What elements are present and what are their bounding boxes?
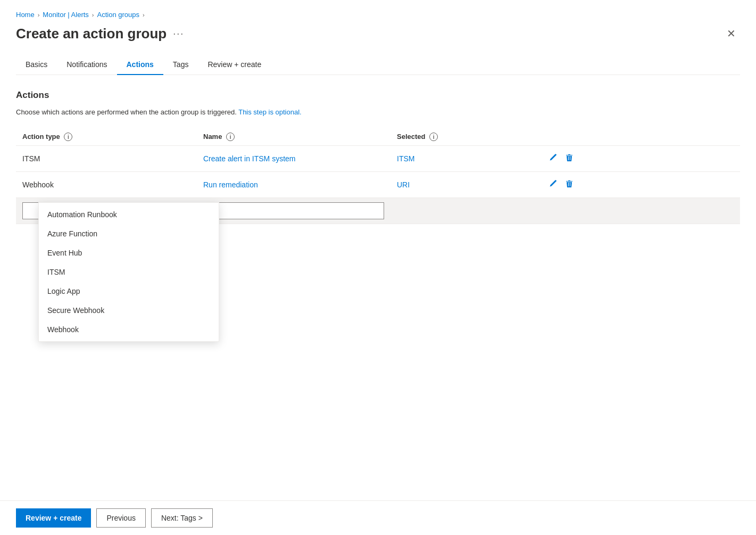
row1-name-link[interactable]: Create alert in ITSM system — [203, 154, 296, 163]
col-header-row-actions — [539, 128, 740, 146]
row2-delete-button[interactable] — [563, 177, 576, 192]
tab-basics[interactable]: Basics — [16, 55, 57, 75]
col-header-name: Name i — [197, 128, 391, 146]
row1-selected-link[interactable]: ITSM — [397, 154, 414, 163]
row2-selected-link[interactable]: URI — [397, 180, 410, 189]
dropdown-item-logic-app[interactable]: Logic App — [39, 282, 219, 301]
table-row: Webhook Run remediation URI — [16, 172, 740, 198]
row2-edit-button[interactable] — [546, 177, 559, 192]
row2-name-link[interactable]: Run remediation — [203, 180, 258, 189]
selected-info-icon[interactable]: i — [429, 133, 438, 141]
new-action-name-input[interactable] — [203, 202, 384, 219]
row1-delete-button[interactable] — [563, 151, 576, 166]
actions-section: Actions Choose which actions are perform… — [16, 90, 740, 224]
table-row: ITSM Create alert in ITSM system ITSM — [16, 146, 740, 172]
row2-selected: URI — [391, 172, 539, 198]
tab-review-create[interactable]: Review + create — [198, 55, 271, 75]
tab-notifications[interactable]: Notifications — [57, 55, 117, 75]
name-info-icon[interactable]: i — [226, 133, 235, 141]
tab-tags[interactable]: Tags — [163, 55, 198, 75]
row1-name: Create alert in ITSM system — [197, 146, 391, 172]
row1-action-type: ITSM — [16, 146, 197, 172]
more-options-button[interactable]: ··· — [173, 28, 184, 39]
breadcrumb-action-groups[interactable]: Action groups — [97, 11, 140, 19]
previous-button[interactable]: Previous — [96, 508, 145, 528]
optional-link[interactable]: This step is optional. — [238, 108, 302, 116]
dropdown-item-webhook[interactable]: Webhook — [39, 320, 219, 339]
review-create-button[interactable]: Review + create — [16, 508, 91, 528]
row2-controls — [539, 172, 740, 198]
footer: Review + create Previous Next: Tags > — [0, 500, 756, 535]
action-type-dropdown-menu: Automation Runbook Azure Function Event … — [38, 202, 219, 342]
new-action-name-cell — [197, 198, 391, 224]
new-action-selected-cell — [391, 198, 539, 224]
section-description: Choose which actions are performed when … — [16, 107, 740, 118]
next-button[interactable]: Next: Tags > — [151, 508, 213, 528]
dropdown-item-itsm[interactable]: ITSM — [39, 262, 219, 282]
row1-edit-button[interactable] — [546, 151, 559, 166]
new-action-type-cell: Automation Runbook Azure Function Event … — [16, 198, 197, 224]
tab-actions[interactable]: Actions — [117, 55, 163, 75]
action-type-dropdown-wrapper: Automation Runbook Azure Function Event … — [22, 202, 190, 219]
actions-table: Action type i Name i Selected i — [16, 128, 740, 225]
col-header-action-type: Action type i — [16, 128, 197, 146]
page-header: Create an action group ··· ✕ — [16, 25, 740, 42]
dropdown-item-secure-webhook[interactable]: Secure Webhook — [39, 301, 219, 320]
action-type-info-icon[interactable]: i — [64, 133, 72, 141]
dropdown-item-event-hub[interactable]: Event Hub — [39, 243, 219, 262]
dropdown-item-automation-runbook[interactable]: Automation Runbook — [39, 205, 219, 224]
close-button[interactable]: ✕ — [722, 25, 740, 42]
row1-selected: ITSM — [391, 146, 539, 172]
row2-action-type: Webhook — [16, 172, 197, 198]
breadcrumb: Home › Monitor | Alerts › Action groups … — [16, 11, 740, 19]
row1-controls — [539, 146, 740, 172]
tabs-container: Basics Notifications Actions Tags Review… — [16, 55, 740, 75]
section-title: Actions — [16, 90, 740, 101]
chevron-icon-2: › — [92, 12, 94, 18]
chevron-icon: › — [38, 12, 40, 18]
chevron-icon-3: › — [143, 12, 145, 18]
page-title: Create an action group — [16, 26, 167, 42]
col-header-selected: Selected i — [391, 128, 539, 146]
breadcrumb-monitor-alerts[interactable]: Monitor | Alerts — [43, 11, 88, 19]
breadcrumb-home[interactable]: Home — [16, 11, 35, 19]
new-action-controls-cell — [539, 198, 740, 224]
new-action-row: Automation Runbook Azure Function Event … — [16, 198, 740, 224]
dropdown-item-azure-function[interactable]: Azure Function — [39, 224, 219, 243]
row2-name: Run remediation — [197, 172, 391, 198]
